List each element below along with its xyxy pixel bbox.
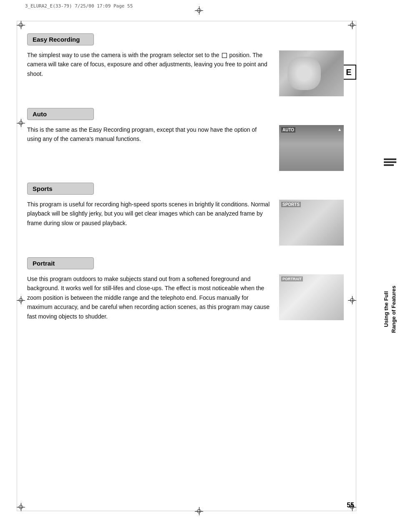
square-icon <box>222 53 227 58</box>
reg-mark-left-mid <box>17 296 25 304</box>
section-text-easy-recording: The simplest way to use the camera is wi… <box>27 50 271 78</box>
section-auto: Auto This is the same as the Easy Record… <box>27 108 344 171</box>
page: 3_ELURA2_E(33-79) 7/25/00 17:09 Page 55 … <box>0 0 398 532</box>
section-header-portrait: Portrait <box>27 257 94 269</box>
border-right <box>356 21 356 511</box>
sidebar-line-3 <box>384 164 394 166</box>
section-body-easy-recording: The simplest way to use the camera is wi… <box>27 50 344 96</box>
auto-image <box>279 125 344 171</box>
reg-mark-tr <box>348 21 356 29</box>
sports-image <box>279 200 344 246</box>
sidebar-lines-decoration <box>384 158 396 167</box>
sidebar-line-1 <box>384 158 396 160</box>
section-sports: Sports This program is useful for record… <box>27 183 344 246</box>
section-header-sports: Sports <box>27 183 94 195</box>
portrait-image <box>279 274 344 320</box>
sidebar-line-2 <box>384 161 396 163</box>
easy-recording-image <box>279 50 344 96</box>
section-text-portrait: Use this program outdoors to make subjec… <box>27 274 271 321</box>
section-header-auto: Auto <box>27 108 94 120</box>
print-header: 3_ELURA2_E(33-79) 7/25/00 17:09 Page 55 <box>25 3 133 9</box>
sidebar-text-container: Using the Full Range of Features <box>383 170 398 449</box>
reg-mark-top-center <box>195 6 203 15</box>
section-portrait: Portrait Use this program outdoors to ma… <box>27 257 344 321</box>
page-number: 55 <box>347 502 354 509</box>
reg-mark-bl <box>17 503 25 511</box>
reg-mark-right-mid <box>348 296 356 304</box>
sidebar-label: Using the Full Range of Features <box>383 286 398 333</box>
main-content: Easy Recording The simplest way to use t… <box>27 33 344 499</box>
reg-mark-tl <box>17 21 25 29</box>
section-easy-recording: Easy Recording The simplest way to use t… <box>27 33 344 96</box>
sidebar-text-line2: Range of Features <box>390 286 397 333</box>
section-text-auto: This is the same as the Easy Recording p… <box>27 125 271 144</box>
section-header-easy-recording: Easy Recording <box>27 33 94 45</box>
section-body-sports: This program is useful for recording hig… <box>27 200 344 246</box>
section-body-auto: This is the same as the Easy Recording p… <box>27 125 344 171</box>
sidebar-text-line1: Using the Full <box>383 291 389 327</box>
section-body-portrait: Use this program outdoors to make subjec… <box>27 274 344 321</box>
reg-mark-left-top <box>17 119 25 127</box>
border-left <box>17 21 17 511</box>
border-top <box>17 21 356 21</box>
border-bottom <box>17 511 356 511</box>
reg-mark-bottom-center <box>195 507 203 515</box>
section-text-sports: This program is useful for recording hig… <box>27 200 271 228</box>
right-sidebar: Using the Full Range of Features <box>382 158 398 449</box>
